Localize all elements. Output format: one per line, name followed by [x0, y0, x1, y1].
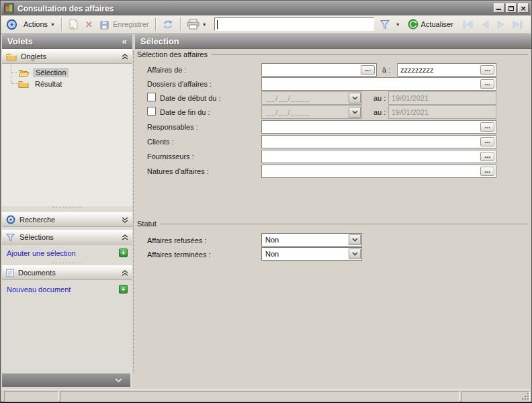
new-document-plus-button[interactable]: + [119, 285, 128, 294]
previous-record-button[interactable] [478, 17, 493, 32]
date-fin-combo[interactable]: __/__/____ [261, 105, 362, 119]
groupbox-line [212, 54, 528, 55]
groupbox-title: Statut [137, 220, 157, 228]
filter-button[interactable] [378, 17, 392, 32]
tree-item-label[interactable]: Résultat [32, 79, 64, 89]
delete-record-button[interactable]: ✕ [82, 17, 96, 32]
title-bar: Consultation des affaires × [1, 1, 531, 15]
chevron-up-double-icon[interactable] [122, 54, 128, 60]
tree-item-selection[interactable]: Sélection [18, 66, 69, 78]
selections-label: Sélections [19, 233, 54, 241]
last-record-button[interactable] [508, 17, 527, 32]
au-label: au : [373, 108, 386, 116]
date-debut-dropdown-button[interactable] [349, 93, 361, 103]
responsables-field[interactable]: ... [261, 120, 496, 134]
affaires-terminees-dropdown-button[interactable] [349, 249, 361, 259]
new-record-button[interactable] [64, 17, 82, 32]
pane-splitter-handle[interactable]: ········· [2, 260, 132, 265]
onglets-section-header[interactable]: Onglets [2, 49, 132, 64]
fournisseurs-browse-button[interactable]: ... [480, 152, 494, 161]
pane-splitter-handle[interactable]: ········· [2, 204, 132, 210]
date-fin-checkbox[interactable] [147, 107, 156, 116]
maximize-button[interactable] [506, 3, 517, 13]
text-caret [217, 20, 218, 29]
tree-item-label[interactable]: Sélection [33, 68, 69, 77]
volets-title: Volets [7, 36, 33, 46]
documents-section-header[interactable]: Documents [2, 265, 132, 280]
minimize-button[interactable] [494, 3, 504, 13]
resize-grip[interactable] [522, 393, 529, 400]
sidebar-overflow-bar[interactable] [2, 373, 130, 387]
affaires-refusees-dropdown-button[interactable] [349, 234, 361, 245]
panel-splitter[interactable] [133, 51, 134, 373]
natures-label: Natures d'affaires : [147, 167, 209, 175]
natures-field[interactable]: ... [261, 165, 496, 178]
refresh-button[interactable]: Actualiser [404, 17, 457, 32]
date-debut-au-value: 19/01/2021 [392, 94, 429, 102]
maximize-icon [508, 6, 514, 11]
selection-panel-header: Sélection [135, 34, 531, 49]
new-document-link[interactable]: Nouveau document [7, 285, 71, 294]
tree-connector [11, 64, 11, 83]
sync-button[interactable] [159, 17, 177, 32]
status-panel [4, 391, 58, 402]
documents-label: Documents [18, 269, 56, 277]
dossiers-browse-button[interactable]: ... [480, 79, 494, 89]
date-debut-au-field: 19/01/2021 [388, 91, 496, 105]
close-button[interactable]: × [518, 3, 529, 13]
actions-button[interactable]: Actions ▼ [20, 17, 58, 32]
close-icon: × [520, 5, 526, 12]
groupbox-selection-affaires: Sélection des affaires [137, 50, 528, 58]
add-selection-plus-button[interactable]: + [119, 249, 128, 257]
affaires-de-browse-button[interactable]: ... [361, 65, 375, 75]
affaires-de-field[interactable]: ... [261, 63, 377, 77]
clients-field[interactable]: ... [261, 135, 496, 148]
dossiers-field[interactable]: ... [261, 77, 496, 91]
tree-item-resultat[interactable]: Résultat [18, 78, 64, 89]
affaires-a-field[interactable]: zzzzzzzzz ... [397, 63, 496, 77]
bullseye-icon [6, 215, 15, 224]
chevron-up-double-icon[interactable] [122, 270, 128, 276]
save-button[interactable]: Enregistrer [96, 17, 152, 32]
affaires-a-browse-button[interactable]: ... [480, 65, 494, 75]
tree-connector [11, 72, 17, 73]
previous-record-icon [481, 20, 490, 29]
fournisseurs-field[interactable]: ... [261, 150, 496, 163]
next-record-icon [496, 20, 505, 29]
chevron-down-double-icon[interactable] [122, 217, 128, 223]
responsables-browse-button[interactable]: ... [480, 122, 494, 132]
first-record-icon [463, 20, 474, 29]
collapse-sidebar-icon[interactable]: « [122, 36, 127, 46]
a-label: à : [382, 66, 390, 74]
filter-funnel-icon [6, 233, 15, 242]
date-debut-checkbox[interactable] [147, 93, 156, 101]
affaires-refusees-combo[interactable]: Non [261, 233, 362, 247]
volets-sidebar: Volets « Onglets Sélection Résultat ····… [2, 34, 132, 388]
search-input[interactable] [214, 17, 374, 31]
recherche-section-header[interactable]: Recherche [2, 212, 132, 227]
first-record-button[interactable] [459, 17, 478, 32]
chevron-up-double-icon[interactable] [122, 234, 128, 240]
recherche-label: Recherche [19, 216, 55, 224]
print-button[interactable]: ▼ [183, 17, 210, 32]
natures-browse-button[interactable]: ... [480, 167, 494, 176]
affaires-refusees-label: Affaires refusées : [147, 236, 206, 244]
sync-icon [162, 19, 174, 30]
selections-section-header[interactable]: Sélections [2, 230, 132, 244]
date-fin-label: Date de fin du : [160, 108, 210, 116]
add-selection-link[interactable]: Ajouter une sélection [7, 249, 76, 257]
next-record-button[interactable] [493, 17, 508, 32]
responsables-label: Responsables : [147, 123, 198, 131]
affaires-a-value: zzzzzzzzz [400, 66, 434, 74]
date-debut-mask: __/__/____ [266, 94, 310, 102]
new-document-row: Nouveau document + [2, 283, 132, 295]
toolbar-separator [155, 17, 156, 31]
date-debut-combo[interactable]: __/__/____ [261, 91, 362, 105]
filter-dropdown-arrow-icon[interactable]: ▼ [396, 22, 400, 27]
open-folder-icon [18, 69, 30, 77]
affaires-terminees-combo[interactable]: Non [261, 247, 362, 261]
date-fin-dropdown-button[interactable] [349, 107, 361, 118]
main-toolbar: Actions ▼ ✕ Enregistrer ▼ ▼ Actual [1, 15, 531, 34]
groupbox-statut: Statut [137, 220, 528, 228]
clients-browse-button[interactable]: ... [480, 137, 494, 146]
